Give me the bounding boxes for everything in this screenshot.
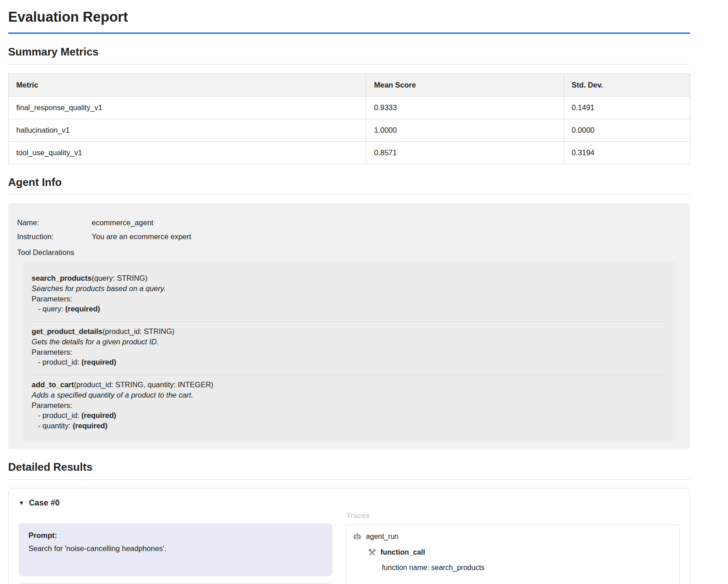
- trace-event-label: agent_run: [366, 533, 398, 541]
- agent-name-row: Name:ecommerce_agent: [17, 218, 681, 227]
- case-title: Case #0: [29, 498, 60, 508]
- tool-parameter: - product_id: (required): [32, 410, 667, 421]
- evaluation-report-page: Evaluation Report Summary Metrics Metric…: [0, 0, 728, 584]
- case-card: ▼ Case #0 Prompt: Search for 'noise-canc…: [8, 488, 690, 584]
- traces-label: Traces: [346, 511, 680, 520]
- hammer-wrench-icon: [368, 548, 376, 556]
- agent-instruction-label: Instruction:: [17, 232, 92, 241]
- table-row: tool_use_quality_v1 0.8571 0.3194: [9, 142, 690, 164]
- summary-metrics-heading: Summary Metrics: [8, 46, 690, 65]
- std-dev-cell: 0.3194: [564, 142, 690, 164]
- trace-event-label: function_call: [380, 548, 425, 556]
- tool-name: add_to_cart: [32, 380, 74, 389]
- agent-name-value: ecommerce_agent: [92, 218, 154, 227]
- case-body: Prompt: Search for 'noise-cancelling hea…: [19, 510, 680, 584]
- tool-parameter: - product_id: (required): [32, 357, 667, 367]
- std-dev-cell: 0.0000: [564, 119, 690, 142]
- tool-description: Gets the details for a given product ID.: [32, 337, 667, 347]
- tool-declaration-get-product-details: get_product_details(product_id: STRING) …: [32, 322, 667, 375]
- tool-declarations-panel: search_products(query: STRING) Searches …: [23, 262, 676, 441]
- case-toggle[interactable]: ▼ Case #0: [19, 498, 680, 508]
- case-left-column: Prompt: Search for 'noise-cancelling hea…: [19, 510, 332, 584]
- prompt-label: Prompt:: [28, 531, 322, 540]
- tool-description: Adds a specified quantity of a product t…: [32, 390, 667, 400]
- agent-info-panel: Name:ecommerce_agent Instruction:You are…: [8, 203, 690, 449]
- mean-score-cell: 1.0000: [366, 119, 564, 142]
- agent-instruction-row: Instruction:You are an ecommerce expert: [17, 232, 681, 241]
- table-header-row: Metric Mean Score Std. Dev.: [9, 74, 690, 97]
- tool-declarations-label: Tool Declarations: [17, 248, 681, 257]
- table-row: final_response_quality_v1 0.9333 0.1491: [9, 97, 690, 119]
- metric-name-cell: tool_use_quality_v1: [9, 142, 366, 164]
- tool-parameter: - quantity: (required): [32, 421, 667, 431]
- mean-score-cell: 0.8571: [366, 142, 564, 164]
- tool-args: (query: STRING): [92, 274, 148, 282]
- table-row: hallucination_v1 1.0000 0.0000: [9, 119, 690, 142]
- trace-function-name: function name: search_products: [346, 560, 679, 575]
- tool-name: get_product_details: [32, 327, 103, 335]
- trace-event-agent-run[interactable]: agent_run: [346, 528, 679, 545]
- tool-signature-line: get_product_details(product_id: STRING): [32, 326, 667, 337]
- metric-name-cell: hallucination_v1: [9, 119, 366, 142]
- parameters-label: Parameters:: [32, 294, 667, 304]
- tool-signature-line: search_products(query: STRING): [32, 273, 667, 283]
- std-dev-cell: 0.1491: [564, 97, 690, 119]
- robot-icon: [353, 532, 362, 541]
- prompt-box: Prompt: Search for 'noise-cancelling hea…: [19, 523, 332, 576]
- detailed-results-heading: Detailed Results: [8, 461, 690, 480]
- tool-name: search_products: [32, 274, 92, 282]
- tool-declaration-search-products: search_products(query: STRING) Searches …: [32, 269, 667, 322]
- agent-info-heading: Agent Info: [8, 176, 690, 195]
- tool-args: (product_id: STRING, quantity: INTEGER): [74, 380, 214, 389]
- trace-event-function-call[interactable]: function_call: [346, 545, 679, 560]
- tool-declaration-add-to-cart: add_to_cart(product_id: STRING, quantity…: [32, 375, 667, 435]
- trace-panel: agent_run: [346, 524, 680, 584]
- summary-metrics-table: Metric Mean Score Std. Dev. final_respon…: [8, 74, 690, 164]
- page-title: Evaluation Report: [8, 5, 690, 34]
- column-header-std-dev: Std. Dev.: [564, 74, 690, 97]
- case-right-column: Traces: [346, 510, 680, 584]
- column-header-mean-score: Mean Score: [366, 74, 564, 97]
- parameters-label: Parameters:: [32, 400, 667, 411]
- tool-args: (product_id: STRING): [103, 327, 175, 335]
- prompt-text: Search for 'noise-cancelling headphones'…: [28, 544, 322, 553]
- agent-instruction-value: You are an ecommerce expert: [92, 232, 191, 241]
- collapse-triangle-icon: ▼: [19, 500, 24, 506]
- tool-parameter: - query: (required): [32, 304, 667, 314]
- tool-signature-line: add_to_cart(product_id: STRING, quantity…: [32, 380, 667, 390]
- agent-name-label: Name:: [17, 218, 92, 227]
- mean-score-cell: 0.9333: [366, 97, 564, 119]
- column-header-metric: Metric: [9, 74, 366, 97]
- metric-name-cell: final_response_quality_v1: [9, 97, 366, 119]
- tool-description: Searches for products based on a query.: [32, 283, 667, 294]
- parameters-label: Parameters:: [32, 347, 667, 357]
